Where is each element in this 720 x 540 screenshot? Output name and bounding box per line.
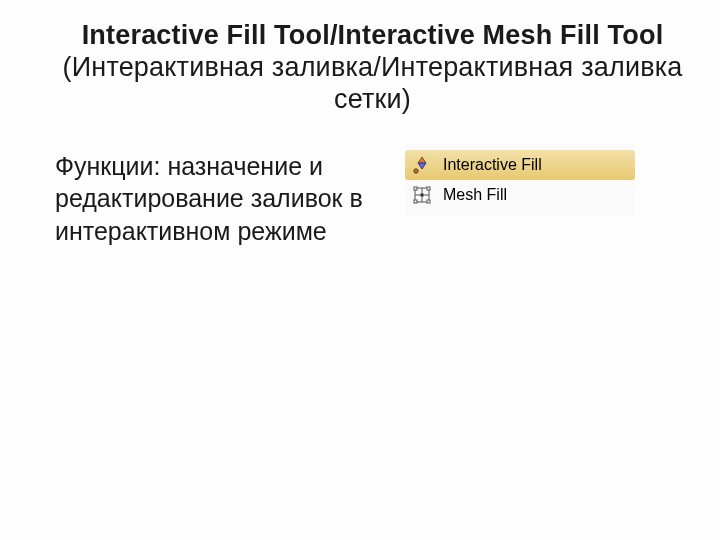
mesh-fill-icon [411,184,433,206]
interactive-fill-icon [411,154,433,176]
tool-flyout-panel: Interactive Fill Mesh Fill [405,144,635,216]
svg-marker-0 [418,157,426,163]
tool-label: Interactive Fill [443,156,542,174]
tool-item-mesh-fill[interactable]: Mesh Fill [405,180,635,210]
svg-rect-10 [421,193,424,196]
page-title: Interactive Fill Tool/Interactive Mesh F… [55,20,690,116]
title-rest: (Интерактивная заливка/Интерактивная зал… [62,52,682,114]
tool-label: Mesh Fill [443,186,507,204]
slide: Interactive Fill Tool/Interactive Mesh F… [0,0,720,247]
svg-rect-9 [427,200,430,203]
svg-rect-7 [427,187,430,190]
svg-rect-6 [414,187,417,190]
content-row: Функции: назначение и редактирование зал… [55,144,690,248]
svg-marker-1 [418,163,426,169]
functions-text: Функции: назначение и редактирование зал… [55,144,385,248]
svg-rect-8 [414,200,417,203]
title-bold: Interactive Fill Tool/Interactive Mesh F… [82,20,664,50]
tool-item-interactive-fill[interactable]: Interactive Fill [405,150,635,180]
svg-point-2 [414,168,418,172]
